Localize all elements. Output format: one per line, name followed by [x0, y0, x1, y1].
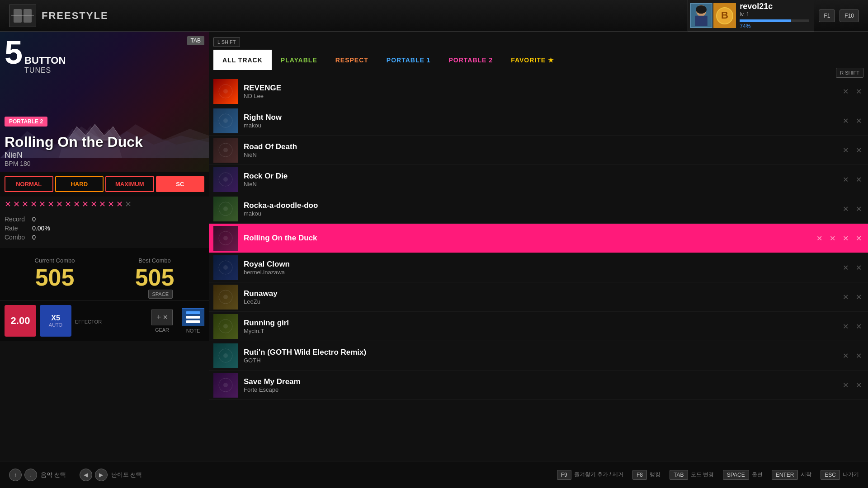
- tab-key[interactable]: TAB: [670, 470, 688, 480]
- track-item-3[interactable]: Road Of Death NieN ✕ ✕: [209, 136, 868, 165]
- tab-hint: TAB 모드 변경: [670, 470, 714, 480]
- tab-all-track[interactable]: ALL TRACK: [213, 50, 272, 70]
- gear-button[interactable]: + ×: [151, 310, 173, 325]
- tab-respect[interactable]: RESPECT: [326, 50, 377, 70]
- track-x2-7[interactable]: ✕: [854, 262, 863, 274]
- mode-label: FREESTYLE: [42, 10, 108, 22]
- plus-icon: +: [156, 313, 161, 322]
- avatar-char: [690, 3, 712, 28]
- top-right: B revol21c lv. 1 74% F1 F10: [688, 0, 859, 32]
- music-select-label: 음악 선택: [41, 471, 66, 479]
- track-x1-1[interactable]: ✕: [841, 85, 850, 98]
- track-item-9[interactable]: Running girl Mycin.T ✕ ✕: [209, 312, 868, 341]
- best-combo-block: Best Combo 505: [135, 257, 175, 291]
- track-thumb-3: [213, 138, 238, 163]
- track-x1-11[interactable]: ✕: [841, 379, 850, 391]
- track-item-8[interactable]: Runaway LeeZu ✕ ✕: [209, 282, 868, 312]
- music-select-group: ↑ ↓ 음악 선택: [9, 469, 66, 481]
- tab-portable1[interactable]: PORTABLE 1: [377, 50, 440, 70]
- star-6: ✕: [47, 199, 54, 209]
- track-x2-10[interactable]: ✕: [854, 350, 863, 362]
- portable2-badge: PORTABLE 2: [5, 117, 47, 127]
- left-arrow-icon[interactable]: ◀: [80, 469, 92, 481]
- right-panel: L SHIFT R SHIFT ALL TRACK PLAYABLE RESPE…: [209, 32, 868, 461]
- svg-point-29: [223, 177, 228, 182]
- star-12: ✕: [99, 199, 106, 209]
- track-name-8: Runaway: [244, 289, 841, 298]
- track-x1-4[interactable]: ✕: [841, 174, 850, 186]
- track-x3-6[interactable]: ✕: [841, 232, 850, 244]
- fever-control[interactable]: X5 AUTO: [40, 305, 71, 337]
- stats-area: Record 0 Rate 0.00% Combo 0: [0, 212, 209, 244]
- track-x2-11[interactable]: ✕: [854, 379, 863, 391]
- track-info-10: Ruti'n (GOTH Wild Electro Remix) GOTH: [244, 348, 841, 364]
- track-x2-4[interactable]: ✕: [854, 174, 863, 186]
- track-name-3: Road Of Death: [244, 142, 841, 151]
- tab-playable[interactable]: PLAYABLE: [272, 50, 326, 70]
- svg-rect-16: [186, 316, 200, 319]
- track-item-2[interactable]: Right Now makou ✕ ✕: [209, 106, 868, 136]
- track-x2-8[interactable]: ✕: [854, 291, 863, 303]
- track-thumb-2: [213, 108, 238, 133]
- f10-button[interactable]: F10: [840, 9, 859, 22]
- right-arrow-icon[interactable]: ▶: [95, 469, 108, 481]
- track-item-4[interactable]: Rock Or Die NieN ✕ ✕: [209, 165, 868, 194]
- esc-key[interactable]: ESC: [821, 470, 840, 480]
- difficulty-normal[interactable]: NORMAL: [5, 176, 53, 192]
- track-x2-5[interactable]: ✕: [854, 203, 863, 215]
- note-button[interactable]: [182, 308, 204, 326]
- track-x1-3[interactable]: ✕: [841, 144, 850, 156]
- f8-key[interactable]: F8: [632, 470, 647, 480]
- svg-point-26: [223, 148, 228, 152]
- enter-key[interactable]: ENTER: [772, 470, 798, 480]
- difficulty-sc[interactable]: SC: [156, 176, 205, 192]
- song-artist: NieN: [5, 150, 143, 160]
- tab-portable2[interactable]: PORTABLE 2: [440, 50, 502, 70]
- star-7: ✕: [56, 199, 63, 209]
- track-x2-3[interactable]: ✕: [854, 144, 863, 156]
- track-item-1[interactable]: REVENGE ND Lee ✕ ✕: [209, 77, 868, 106]
- track-artist-1: ND Lee: [244, 93, 841, 99]
- space-badge: SPACE: [148, 290, 173, 299]
- tunes-text: TUNES: [24, 66, 66, 75]
- gear-area: + × GEAR: [151, 310, 173, 333]
- track-item-6[interactable]: Rolling On the Duck ✕ ✕ ✕✕: [209, 224, 868, 253]
- track-x1-8[interactable]: ✕: [841, 291, 850, 303]
- f9-key[interactable]: F9: [557, 470, 571, 480]
- f9-hint: F9 즐겨찾기 추가 / 제거: [557, 470, 623, 480]
- tab-favorite[interactable]: FAVORITE ★: [502, 50, 563, 70]
- button-count-area: 5 BUTTON TUNES: [5, 36, 66, 75]
- difficulty-maximum[interactable]: MAXIMUM: [105, 176, 154, 192]
- track-item-7[interactable]: Royal Clown bermei.inazawa ✕ ✕: [209, 253, 868, 282]
- user-info: revol21c lv. 1 74%: [740, 2, 809, 29]
- difficulty-hard[interactable]: HARD: [55, 176, 104, 192]
- best-combo-label: Best Combo: [135, 257, 175, 264]
- track-info-3: Road Of Death NieN: [244, 142, 841, 158]
- track-x2-9[interactable]: ✕: [854, 320, 863, 333]
- space-key[interactable]: SPACE: [723, 470, 749, 480]
- track-x1-2[interactable]: ✕: [841, 115, 850, 127]
- track-thumb-10: [213, 343, 238, 368]
- track-x1-6[interactable]: ✕: [815, 232, 824, 244]
- track-list: REVENGE ND Lee ✕ ✕ Right Now makou: [209, 77, 868, 461]
- top-bar: FREESTYLE B: [0, 0, 868, 32]
- f1-button[interactable]: F1: [819, 9, 835, 22]
- track-item-5[interactable]: Rocka-a-doodle-doo makou ✕ ✕: [209, 194, 868, 224]
- track-name-10: Ruti'n (GOTH Wild Electro Remix): [244, 348, 841, 357]
- track-x2-2[interactable]: ✕: [854, 115, 863, 127]
- track-thumb-8: [213, 285, 238, 310]
- track-x1-9[interactable]: ✕: [841, 320, 850, 333]
- track-item-11[interactable]: Save My Dream Forte Escape ✕ ✕: [209, 371, 868, 400]
- track-actions-6: ✕ ✕ ✕✕: [815, 232, 863, 244]
- speed-control[interactable]: 2.00: [5, 305, 36, 337]
- up-arrow-icon[interactable]: ↑: [9, 469, 22, 481]
- track-x1-5[interactable]: ✕: [841, 203, 850, 215]
- track-thumb-7: [213, 255, 238, 280]
- track-x2-1[interactable]: ✕: [854, 85, 863, 98]
- track-x4-6[interactable]: ✕: [854, 232, 863, 244]
- track-x1-10[interactable]: ✕: [841, 350, 850, 362]
- track-x2-6[interactable]: ✕: [828, 232, 837, 244]
- track-item-10[interactable]: Ruti'n (GOTH Wild Electro Remix) GOTH ✕ …: [209, 341, 868, 371]
- down-arrow-icon[interactable]: ↓: [24, 469, 37, 481]
- track-x1-7[interactable]: ✕: [841, 262, 850, 274]
